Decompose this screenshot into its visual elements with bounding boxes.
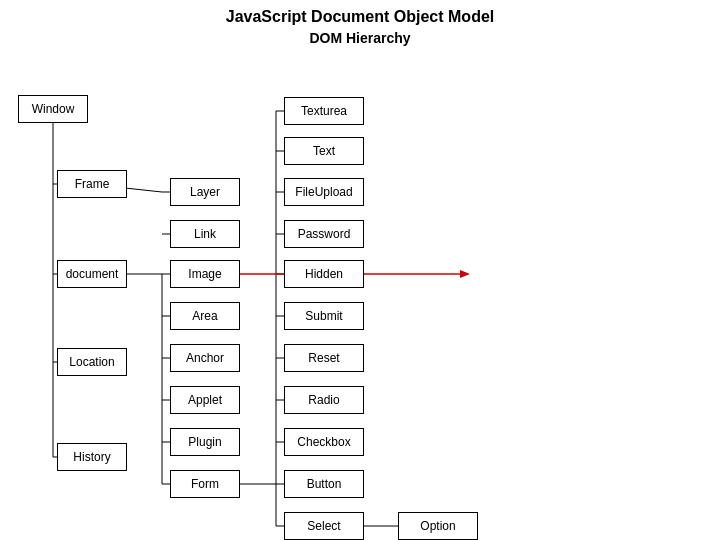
checkbox-box: Checkbox <box>284 428 364 456</box>
plugin-box: Plugin <box>170 428 240 456</box>
link-box: Link <box>170 220 240 248</box>
password-box: Password <box>284 220 364 248</box>
window-box: Window <box>18 95 88 123</box>
area-box: Area <box>170 302 240 330</box>
hidden-box: Hidden <box>284 260 364 288</box>
button-box: Button <box>284 470 364 498</box>
applet-box: Applet <box>170 386 240 414</box>
select-box: Select <box>284 512 364 540</box>
form-box: Form <box>170 470 240 498</box>
sub-title: DOM Hierarchy <box>0 30 720 46</box>
image-box: Image <box>170 260 240 288</box>
location-box: Location <box>57 348 127 376</box>
submit-box: Submit <box>284 302 364 330</box>
radio-box: Radio <box>284 386 364 414</box>
frame-box: Frame <box>57 170 127 198</box>
reset-box: Reset <box>284 344 364 372</box>
title-area: JavaScript Document Object Model DOM Hie… <box>0 0 720 46</box>
fileupload-box: FileUpload <box>284 178 364 206</box>
document-box: document <box>57 260 127 288</box>
layer-box: Layer <box>170 178 240 206</box>
anchor-box: Anchor <box>170 344 240 372</box>
page: JavaScript Document Object Model DOM Hie… <box>0 0 720 540</box>
option-box: Option <box>398 512 478 540</box>
history-box: History <box>57 443 127 471</box>
svg-marker-31 <box>460 270 470 278</box>
main-title: JavaScript Document Object Model <box>0 8 720 26</box>
text-box: Text <box>284 137 364 165</box>
texturea-box: Texturea <box>284 97 364 125</box>
